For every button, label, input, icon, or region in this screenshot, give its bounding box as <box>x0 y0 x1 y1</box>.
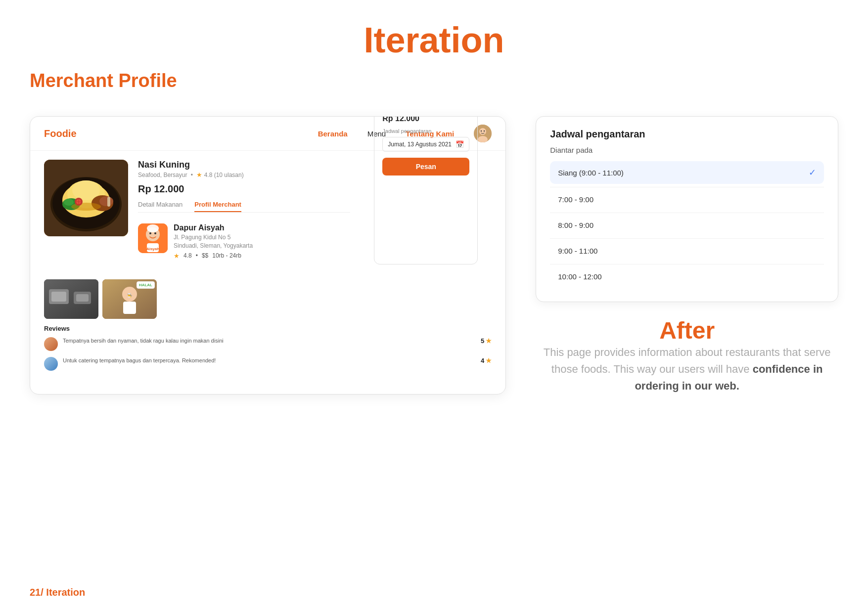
svg-rect-37 <box>123 302 136 314</box>
product-tabs: Detail Makanan Profil Merchant <box>138 201 350 213</box>
product-category: Seafood, Bersayur • ★ 4.8 (10 ulasan) <box>138 171 350 178</box>
product-area: Nasi Kuning Seafood, Bersayur • ★ 4.8 (1… <box>30 151 505 273</box>
time-slot-3[interactable]: 9:00 - 11:00 <box>550 241 824 261</box>
divider-1 <box>550 187 824 187</box>
after-section: After This page provides information abo… <box>536 317 838 394</box>
tab-detail[interactable]: Detail Makanan <box>138 201 183 212</box>
schedule-title: Jadwal pengantaran <box>550 129 824 140</box>
total-price: Rp 12.000 <box>382 116 469 123</box>
time-slot-0[interactable]: Siang (9:00 - 11:00) ✓ <box>550 161 824 184</box>
order-button[interactable]: Pesan <box>382 158 469 175</box>
svg-point-15 <box>64 199 74 206</box>
svg-text:Aisyah: Aisyah <box>146 247 159 251</box>
nav-logo: Foodie <box>44 128 77 139</box>
reviews-title: Reviews <box>44 325 492 332</box>
merchant-address: Jl. Pagung Kidul No 5 Sinduadi, Sleman, … <box>174 233 253 250</box>
svg-point-3 <box>481 131 482 131</box>
divider-4 <box>550 264 824 264</box>
gallery: 👨‍🍳 HALAL <box>44 279 492 319</box>
divider-2 <box>550 213 824 213</box>
main-content: Foodie Beranda Menu Tentang Kami <box>0 116 868 394</box>
order-date: Jumat, 13 Agustus 2021 <box>388 141 452 148</box>
order-popup: Konfirmasi pemesanan Jumlah − 1 + Total … <box>374 116 478 264</box>
merchant-meta: ★ 4.8 • $$ 10rb - 24rb <box>174 252 253 260</box>
gallery-thumb-2: 👨‍🍳 HALAL <box>102 279 157 319</box>
schedule-subtitle: Diantar pada <box>550 146 824 154</box>
check-icon: ✓ <box>809 167 816 178</box>
calendar-icon[interactable]: 📅 <box>456 140 464 148</box>
review-item-1: Tempatnya bersih dan nyaman, tidak ragu … <box>44 337 492 351</box>
right-panel: Jadwal pengantaran Diantar pada Siang (9… <box>536 116 838 394</box>
product-info: Nasi Kuning Seafood, Bersayur • ★ 4.8 (1… <box>138 160 350 264</box>
schedule-label: Jadwal pengantaran <box>382 128 469 134</box>
product-price: Rp 12.000 <box>138 183 350 195</box>
left-mockup: Foodie Beranda Menu Tentang Kami <box>30 116 506 394</box>
time-slot-1[interactable]: 7:00 - 9:00 <box>550 189 824 210</box>
svg-point-25 <box>147 224 159 232</box>
product-image <box>44 160 128 236</box>
review-text-1: Tempatnya bersih dan nyaman, tidak ragu … <box>63 337 476 345</box>
page-title: Iteration <box>0 0 868 65</box>
time-slot-3-label: 9:00 - 11:00 <box>558 247 597 255</box>
svg-text:👨‍🍳: 👨‍🍳 <box>127 293 132 298</box>
merchant-logo: Aisyah <box>138 223 168 253</box>
nav-item-beranda[interactable]: Beranda <box>318 130 348 138</box>
review-item-2: Untuk catering tempatnya bagus dan terpe… <box>44 357 492 371</box>
merchant-details: Dapur Aisyah Jl. Pagung Kidul No 5 Sindu… <box>174 223 253 260</box>
time-slot-2[interactable]: 8:00 - 9:00 <box>550 215 824 235</box>
svg-rect-13 <box>107 197 110 207</box>
svg-point-23 <box>149 232 151 234</box>
merchant-card: Aisyah Dapur Aisyah Jl. Pagung Kidul No … <box>138 219 350 264</box>
after-label: After <box>541 317 833 344</box>
time-slot-0-label: Siang (9:00 - 11:00) <box>558 169 624 177</box>
review-rating-1: 5 ★ <box>481 337 492 345</box>
tab-merchant[interactable]: Profil Merchant <box>194 201 241 212</box>
time-slot-1-label: 7:00 - 9:00 <box>558 195 594 204</box>
page-footer: 21/ Iteration <box>30 587 85 598</box>
divider-3 <box>550 238 824 239</box>
section-label: Merchant Profile <box>0 65 868 106</box>
after-description: This page provides information about res… <box>541 344 833 394</box>
reviewer-avatar-2 <box>44 357 58 371</box>
time-slot-4[interactable]: 10:00 - 12:00 <box>550 266 824 287</box>
review-rating-2: 4 ★ <box>481 357 492 364</box>
svg-rect-32 <box>51 292 66 302</box>
reviewer-avatar-1 <box>44 337 58 351</box>
svg-point-24 <box>154 232 156 234</box>
svg-point-12 <box>99 196 113 206</box>
product-name: Nasi Kuning <box>138 160 350 170</box>
time-slot-2-label: 8:00 - 9:00 <box>558 221 594 229</box>
halal-badge: HALAL <box>137 281 155 289</box>
review-text-2: Untuk catering tempatnya bagus dan terpe… <box>63 357 476 364</box>
time-slot-4-label: 10:00 - 12:00 <box>558 272 601 281</box>
svg-rect-33 <box>76 294 89 302</box>
gallery-thumb-1 <box>44 279 98 319</box>
svg-point-4 <box>484 131 485 131</box>
date-row: Jumat, 13 Agustus 2021 📅 <box>382 137 469 152</box>
schedule-card: Jadwal pengantaran Diantar pada Siang (9… <box>536 116 838 302</box>
reviews-section: Reviews Tempatnya bersih dan nyaman, tid… <box>30 325 505 371</box>
merchant-name: Dapur Aisyah <box>174 223 253 232</box>
